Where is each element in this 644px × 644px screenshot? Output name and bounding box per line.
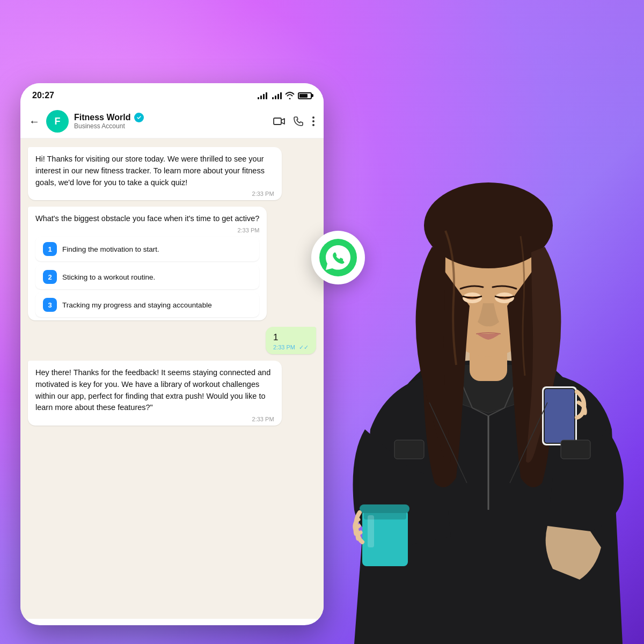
phone-call-icon[interactable]	[294, 116, 303, 126]
svg-point-23	[312, 116, 314, 119]
person-image	[279, 0, 644, 644]
message-2-text: What's the biggest obstacle you face whe…	[35, 213, 259, 225]
back-button[interactable]: ←	[29, 115, 40, 128]
svg-rect-7	[360, 504, 409, 513]
contact-info: Fitness World Business Account	[74, 113, 268, 130]
wifi-icon	[285, 92, 295, 99]
contact-name: Fitness World	[74, 113, 131, 122]
header-actions	[273, 115, 315, 127]
status-time: 20:27	[32, 91, 54, 100]
option-2-number: 2	[43, 270, 57, 284]
message-1-text: Hi! Thanks for visiting our store today.…	[35, 153, 274, 188]
svg-rect-8	[368, 515, 374, 547]
svg-rect-16	[545, 389, 574, 443]
svg-rect-22	[274, 118, 281, 125]
option-3-number: 3	[43, 298, 57, 312]
message-2: What's the biggest obstacle you face whe…	[28, 207, 267, 320]
message-reply: Hey there! Thanks for the feedback! It s…	[28, 361, 282, 426]
chat-header[interactable]: ← F Fitness World Business Account	[20, 105, 324, 138]
whatsapp-bubble	[311, 231, 365, 284]
contact-avatar: F	[46, 110, 69, 133]
signal-icon-2	[272, 92, 282, 99]
option-1-number: 1	[43, 242, 57, 256]
sent-time: 2:33 PM ✓✓	[273, 344, 309, 351]
sent-number-text: 1	[273, 332, 309, 343]
phone-mockup: 20:27	[20, 83, 324, 625]
status-icons	[258, 92, 312, 99]
svg-rect-20	[561, 440, 590, 459]
contact-sub: Business Account	[74, 122, 268, 130]
verified-badge	[134, 113, 144, 122]
option-2-text: Sticking to a workout routine.	[62, 273, 155, 281]
message-1-time: 2:33 PM	[35, 191, 274, 197]
message-reply-time: 2:33 PM	[35, 416, 274, 422]
option-1-button[interactable]: 1 Finding the motivation to start.	[35, 237, 259, 261]
option-3-text: Tracking my progress and staying account…	[62, 301, 212, 309]
status-bar: 20:27	[20, 83, 324, 105]
double-check-icon: ✓✓	[299, 344, 309, 350]
option-1-text: Finding the motivation to start.	[62, 245, 159, 253]
message-sent: 1 2:33 PM ✓✓	[266, 327, 316, 354]
more-options-icon[interactable]	[312, 115, 315, 127]
signal-icon	[258, 92, 267, 99]
svg-point-25	[312, 124, 314, 126]
video-call-icon[interactable]	[273, 116, 285, 126]
message-1: Hi! Thanks for visiting our store today.…	[28, 147, 282, 200]
message-reply-text: Hey there! Thanks for the feedback! It s…	[35, 367, 274, 414]
svg-point-24	[312, 120, 314, 122]
svg-rect-19	[394, 440, 424, 459]
contact-name-row: Fitness World	[74, 113, 268, 122]
message-2-time: 2:33 PM	[35, 227, 259, 233]
option-2-button[interactable]: 2 Sticking to a workout routine.	[35, 265, 259, 289]
battery-icon	[298, 92, 312, 99]
chat-area: Hi! Thanks for visiting our store today.…	[20, 138, 324, 619]
option-3-button[interactable]: 3 Tracking my progress and staying accou…	[35, 292, 259, 317]
